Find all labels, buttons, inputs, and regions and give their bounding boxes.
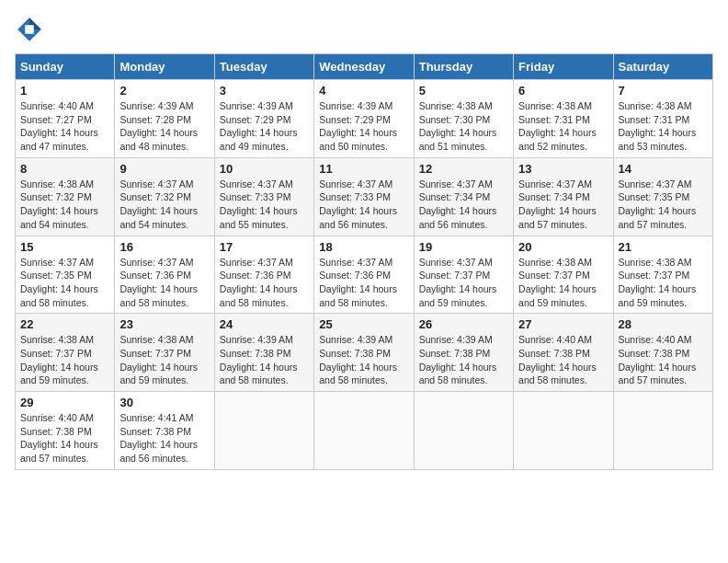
day-info: Sunrise: 4:39 AMSunset: 7:38 PMDaylight:… xyxy=(220,334,298,385)
day-info: Sunrise: 4:38 AMSunset: 7:32 PMDaylight:… xyxy=(20,178,98,230)
day-info: Sunrise: 4:37 AMSunset: 7:35 PMDaylight:… xyxy=(20,257,98,308)
calendar-table: SundayMondayTuesdayWednesdayThursdayFrid… xyxy=(15,53,713,470)
day-cell-23: 23Sunrise: 4:38 AMSunset: 7:37 PMDayligh… xyxy=(115,314,214,392)
day-number: 7 xyxy=(619,84,708,98)
day-cell-19: 19Sunrise: 4:37 AMSunset: 7:37 PMDayligh… xyxy=(414,236,513,314)
empty-cell xyxy=(514,392,613,470)
day-cell-27: 27Sunrise: 4:40 AMSunset: 7:38 PMDayligh… xyxy=(514,314,613,392)
day-cell-24: 24Sunrise: 4:39 AMSunset: 7:38 PMDayligh… xyxy=(214,314,313,392)
day-info: Sunrise: 4:37 AMSunset: 7:34 PMDaylight:… xyxy=(419,178,497,230)
day-number: 28 xyxy=(619,317,708,331)
day-number: 4 xyxy=(319,84,408,98)
column-header-saturday: Saturday xyxy=(613,54,712,80)
day-cell-7: 7Sunrise: 4:38 AMSunset: 7:31 PMDaylight… xyxy=(613,80,712,158)
day-cell-29: 29Sunrise: 4:40 AMSunset: 7:38 PMDayligh… xyxy=(16,392,115,470)
day-info: Sunrise: 4:38 AMSunset: 7:31 PMDaylight:… xyxy=(619,100,697,152)
day-info: Sunrise: 4:39 AMSunset: 7:38 PMDaylight:… xyxy=(319,334,397,385)
header xyxy=(15,15,713,44)
calendar-week-3: 15Sunrise: 4:37 AMSunset: 7:35 PMDayligh… xyxy=(16,236,713,314)
day-info: Sunrise: 4:37 AMSunset: 7:33 PMDaylight:… xyxy=(220,178,298,230)
column-header-sunday: Sunday xyxy=(16,54,115,80)
day-info: Sunrise: 4:38 AMSunset: 7:37 PMDaylight:… xyxy=(619,257,697,308)
logo xyxy=(15,15,48,44)
day-info: Sunrise: 4:37 AMSunset: 7:35 PMDaylight:… xyxy=(619,178,697,230)
day-info: Sunrise: 4:38 AMSunset: 7:30 PMDaylight:… xyxy=(419,100,497,152)
day-info: Sunrise: 4:38 AMSunset: 7:37 PMDaylight:… xyxy=(119,334,198,385)
day-cell-5: 5Sunrise: 4:38 AMSunset: 7:30 PMDaylight… xyxy=(414,80,513,158)
day-number: 15 xyxy=(20,240,109,254)
day-number: 29 xyxy=(20,396,109,409)
calendar-week-4: 22Sunrise: 4:38 AMSunset: 7:37 PMDayligh… xyxy=(16,314,713,392)
day-number: 1 xyxy=(20,84,109,98)
day-number: 23 xyxy=(119,317,209,331)
day-cell-25: 25Sunrise: 4:39 AMSunset: 7:38 PMDayligh… xyxy=(314,314,414,392)
empty-cell xyxy=(314,392,414,470)
day-info: Sunrise: 4:37 AMSunset: 7:36 PMDaylight:… xyxy=(220,257,298,308)
day-info: Sunrise: 4:40 AMSunset: 7:38 PMDaylight:… xyxy=(518,334,597,385)
day-info: Sunrise: 4:37 AMSunset: 7:36 PMDaylight:… xyxy=(119,257,198,308)
day-number: 6 xyxy=(518,84,608,98)
day-cell-20: 20Sunrise: 4:38 AMSunset: 7:37 PMDayligh… xyxy=(514,236,613,314)
day-number: 13 xyxy=(518,162,608,176)
day-cell-4: 4Sunrise: 4:39 AMSunset: 7:29 PMDaylight… xyxy=(314,80,414,158)
day-cell-28: 28Sunrise: 4:40 AMSunset: 7:38 PMDayligh… xyxy=(613,314,712,392)
day-cell-1: 1Sunrise: 4:40 AMSunset: 7:27 PMDaylight… xyxy=(16,80,115,158)
day-info: Sunrise: 4:37 AMSunset: 7:34 PMDaylight:… xyxy=(518,178,597,230)
day-number: 19 xyxy=(419,240,508,254)
day-number: 24 xyxy=(220,317,309,331)
day-number: 27 xyxy=(518,317,608,331)
day-number: 8 xyxy=(20,162,109,176)
day-number: 18 xyxy=(319,240,408,254)
column-header-thursday: Thursday xyxy=(414,54,513,80)
day-number: 30 xyxy=(119,396,209,409)
calendar-week-5: 29Sunrise: 4:40 AMSunset: 7:38 PMDayligh… xyxy=(16,392,713,470)
day-cell-10: 10Sunrise: 4:37 AMSunset: 7:33 PMDayligh… xyxy=(214,157,313,236)
day-cell-17: 17Sunrise: 4:37 AMSunset: 7:36 PMDayligh… xyxy=(214,236,313,314)
day-number: 16 xyxy=(119,240,209,254)
day-cell-3: 3Sunrise: 4:39 AMSunset: 7:29 PMDaylight… xyxy=(214,80,313,158)
day-number: 22 xyxy=(20,317,109,331)
column-header-monday: Monday xyxy=(115,54,214,80)
day-info: Sunrise: 4:37 AMSunset: 7:36 PMDaylight:… xyxy=(319,257,397,308)
day-cell-13: 13Sunrise: 4:37 AMSunset: 7:34 PMDayligh… xyxy=(514,157,613,236)
day-cell-12: 12Sunrise: 4:37 AMSunset: 7:34 PMDayligh… xyxy=(414,157,513,236)
day-cell-22: 22Sunrise: 4:38 AMSunset: 7:37 PMDayligh… xyxy=(16,314,115,392)
day-info: Sunrise: 4:39 AMSunset: 7:38 PMDaylight:… xyxy=(419,334,497,385)
day-number: 20 xyxy=(518,240,608,254)
day-cell-21: 21Sunrise: 4:38 AMSunset: 7:37 PMDayligh… xyxy=(613,236,712,314)
day-cell-6: 6Sunrise: 4:38 AMSunset: 7:31 PMDaylight… xyxy=(514,80,613,158)
day-info: Sunrise: 4:41 AMSunset: 7:38 PMDaylight:… xyxy=(119,412,198,464)
day-cell-18: 18Sunrise: 4:37 AMSunset: 7:36 PMDayligh… xyxy=(314,236,414,314)
day-info: Sunrise: 4:37 AMSunset: 7:32 PMDaylight:… xyxy=(119,178,198,230)
empty-cell xyxy=(214,392,313,470)
day-info: Sunrise: 4:37 AMSunset: 7:33 PMDaylight:… xyxy=(319,178,397,230)
column-header-tuesday: Tuesday xyxy=(214,54,313,80)
day-info: Sunrise: 4:39 AMSunset: 7:29 PMDaylight:… xyxy=(220,100,298,152)
day-cell-15: 15Sunrise: 4:37 AMSunset: 7:35 PMDayligh… xyxy=(16,236,115,314)
day-number: 25 xyxy=(319,317,408,331)
day-cell-16: 16Sunrise: 4:37 AMSunset: 7:36 PMDayligh… xyxy=(115,236,214,314)
day-info: Sunrise: 4:38 AMSunset: 7:37 PMDaylight:… xyxy=(20,334,98,385)
day-info: Sunrise: 4:38 AMSunset: 7:31 PMDaylight:… xyxy=(518,100,597,152)
day-info: Sunrise: 4:40 AMSunset: 7:38 PMDaylight:… xyxy=(619,334,697,385)
empty-cell xyxy=(613,392,712,470)
day-number: 12 xyxy=(419,162,508,176)
day-info: Sunrise: 4:40 AMSunset: 7:38 PMDaylight:… xyxy=(20,412,98,464)
day-cell-14: 14Sunrise: 4:37 AMSunset: 7:35 PMDayligh… xyxy=(613,157,712,236)
day-number: 10 xyxy=(220,162,309,176)
day-cell-30: 30Sunrise: 4:41 AMSunset: 7:38 PMDayligh… xyxy=(115,392,214,470)
day-info: Sunrise: 4:37 AMSunset: 7:37 PMDaylight:… xyxy=(419,257,497,308)
column-header-friday: Friday xyxy=(514,54,613,80)
day-number: 3 xyxy=(220,84,309,98)
day-number: 2 xyxy=(119,84,209,98)
day-cell-9: 9Sunrise: 4:37 AMSunset: 7:32 PMDaylight… xyxy=(115,157,214,236)
day-number: 11 xyxy=(319,162,408,176)
day-number: 26 xyxy=(419,317,508,331)
empty-cell xyxy=(414,392,513,470)
day-info: Sunrise: 4:39 AMSunset: 7:29 PMDaylight:… xyxy=(319,100,397,152)
day-cell-11: 11Sunrise: 4:37 AMSunset: 7:33 PMDayligh… xyxy=(314,157,414,236)
day-info: Sunrise: 4:39 AMSunset: 7:28 PMDaylight:… xyxy=(119,100,198,152)
day-cell-26: 26Sunrise: 4:39 AMSunset: 7:38 PMDayligh… xyxy=(414,314,513,392)
day-cell-2: 2Sunrise: 4:39 AMSunset: 7:28 PMDaylight… xyxy=(115,80,214,158)
logo-icon xyxy=(15,15,44,44)
